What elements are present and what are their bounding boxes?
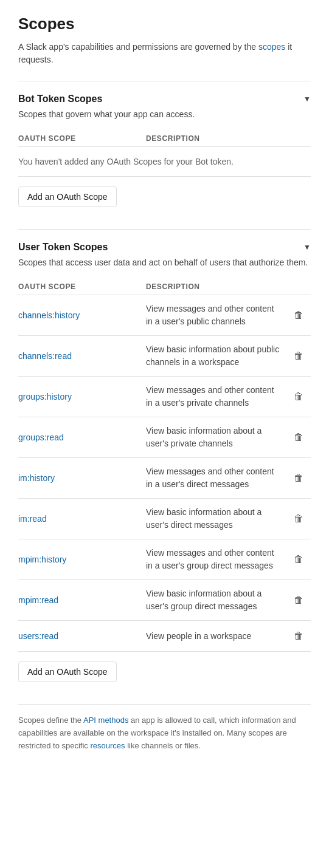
user-scope-row: channels:readView basic information abou… <box>18 336 311 377</box>
bot-token-scopes-title: Bot Token Scopes <box>18 94 102 104</box>
delete-scope-button[interactable]: 🗑 <box>286 552 311 567</box>
scope-name[interactable]: channels:read <box>18 351 146 361</box>
delete-scope-button[interactable]: 🗑 <box>286 389 311 405</box>
user-token-scopes-section: User Token Scopes ▼ Scopes that access u… <box>18 229 311 692</box>
user-token-scopes-chevron[interactable]: ▼ <box>303 243 311 251</box>
trash-icon: 🗑 <box>294 473 303 484</box>
delete-scope-button[interactable]: 🗑 <box>286 348 311 364</box>
scope-description: View messages and other content in a use… <box>146 302 286 328</box>
bot-scopes-table-header: OAuth Scope Description <box>18 131 311 147</box>
bot-token-scopes-subtitle: Scopes that govern what your app can acc… <box>18 108 311 121</box>
delete-scope-button[interactable]: 🗑 <box>286 470 311 486</box>
bot-empty-message: You haven't added any OAuth Scopes for y… <box>18 147 311 177</box>
scope-description: View messages and other content in a use… <box>146 465 286 491</box>
user-scope-row: users:readView people in a workspace🗑 <box>18 621 311 652</box>
scope-description: View messages and other content in a use… <box>146 384 286 409</box>
user-scope-row: groups:readView basic information about … <box>18 417 311 458</box>
user-scopes-table-body: channels:historyView messages and other … <box>18 295 311 652</box>
scope-description: View people in a workspace <box>146 630 286 643</box>
scope-name[interactable]: users:read <box>18 631 146 641</box>
scope-name[interactable]: channels:history <box>18 310 146 320</box>
trash-icon: 🗑 <box>294 350 303 361</box>
user-scope-row: im:historyView messages and other conten… <box>18 458 311 499</box>
bot-description-header: Description <box>146 134 286 143</box>
delete-scope-button[interactable]: 🗑 <box>286 511 311 527</box>
bot-add-scope-button[interactable]: Add an OAuth Scope <box>18 186 117 207</box>
trash-icon: 🗑 <box>294 630 303 641</box>
page-title: Scopes <box>18 15 311 33</box>
delete-scope-button[interactable]: 🗑 <box>286 429 311 445</box>
trash-icon: 🗑 <box>294 391 303 402</box>
trash-icon: 🗑 <box>294 310 303 321</box>
footer-text-after: like channels or files. <box>125 741 201 750</box>
scopes-link[interactable]: scopes <box>258 42 285 52</box>
scope-description: View basic information about a user's di… <box>146 506 286 531</box>
user-oauth-scope-header: OAuth Scope <box>18 282 146 291</box>
user-scope-row: groups:historyView messages and other co… <box>18 377 311 417</box>
trash-icon: 🗑 <box>294 595 303 606</box>
scope-name[interactable]: mpim:read <box>18 595 146 605</box>
intro-text-before: A Slack app's capabilities and permissio… <box>18 42 258 52</box>
delete-scope-button[interactable]: 🗑 <box>286 307 311 323</box>
scope-name[interactable]: groups:read <box>18 432 146 442</box>
api-methods-link[interactable]: API methods <box>83 716 128 725</box>
bot-actions-header <box>286 134 311 143</box>
trash-icon: 🗑 <box>294 554 303 565</box>
bot-token-scopes-section: Bot Token Scopes ▼ Scopes that govern wh… <box>18 81 311 217</box>
user-token-scopes-header: User Token Scopes ▼ <box>18 242 311 253</box>
scope-name[interactable]: im:history <box>18 473 146 483</box>
footer-text-before: Scopes define the <box>18 716 83 725</box>
scope-name[interactable]: im:read <box>18 514 146 524</box>
user-scope-row: mpim:historyView messages and other cont… <box>18 539 311 580</box>
trash-icon: 🗑 <box>294 513 303 524</box>
scope-name[interactable]: mpim:history <box>18 555 146 564</box>
user-scope-row: mpim:readView basic information about a … <box>18 580 311 621</box>
bot-oauth-scope-header: OAuth Scope <box>18 134 146 143</box>
user-scopes-table-header: OAuth Scope Description <box>18 279 311 295</box>
user-scope-row: channels:historyView messages and other … <box>18 295 311 336</box>
bot-token-scopes-header: Bot Token Scopes ▼ <box>18 94 311 104</box>
scope-description: View basic information about public chan… <box>146 343 286 369</box>
delete-scope-button[interactable]: 🗑 <box>286 592 311 608</box>
user-add-scope-button[interactable]: Add an OAuth Scope <box>18 661 117 682</box>
scope-description: View messages and other content in a use… <box>146 547 286 572</box>
trash-icon: 🗑 <box>294 432 303 443</box>
scope-description: View basic information about a user's pr… <box>146 425 286 450</box>
bot-token-scopes-chevron[interactable]: ▼ <box>303 95 311 103</box>
user-scope-row: im:readView basic information about a us… <box>18 499 311 539</box>
user-token-scopes-title: User Token Scopes <box>18 242 108 253</box>
footer: Scopes define the API methods an app is … <box>18 704 311 752</box>
delete-scope-button[interactable]: 🗑 <box>286 628 311 644</box>
resources-link[interactable]: resources <box>91 741 125 750</box>
scope-name[interactable]: groups:history <box>18 392 146 402</box>
intro-text: A Slack app's capabilities and permissio… <box>18 41 311 66</box>
user-actions-header <box>286 282 311 291</box>
scope-description: View basic information about a user's gr… <box>146 587 286 613</box>
user-description-header: Description <box>146 282 286 291</box>
user-token-scopes-subtitle: Scopes that access user data and act on … <box>18 256 311 269</box>
